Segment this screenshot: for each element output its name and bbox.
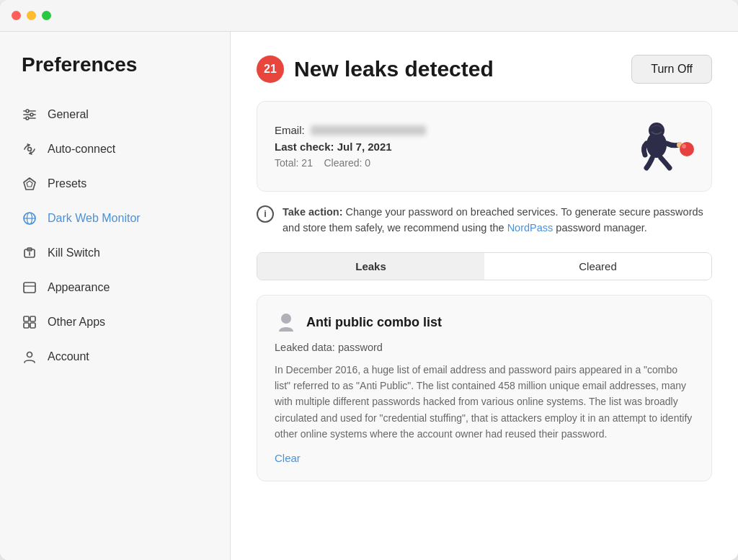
sidebar-item-presets[interactable]: Presets <box>14 167 215 200</box>
leak-title: Anti public combo list <box>306 315 442 330</box>
svg-point-25 <box>680 142 694 156</box>
svg-point-4 <box>30 113 33 116</box>
sidebar-label-account: Account <box>48 350 89 363</box>
header-left: 21 New leaks detected <box>257 55 494 83</box>
maximize-button[interactable] <box>42 11 51 20</box>
sidebar-item-other-apps[interactable]: Other Apps <box>14 306 215 339</box>
turn-off-button[interactable]: Turn Off <box>631 55 712 84</box>
email-info: Email: Last check: Jul 7, 2021 Total: 21… <box>275 124 426 169</box>
tab-cleared[interactable]: Cleared <box>484 253 711 280</box>
sidebar-item-dark-web-monitor[interactable]: Dark Web Monitor <box>14 202 215 235</box>
email-row: Email: <box>275 124 426 136</box>
svg-marker-7 <box>24 178 35 190</box>
minimize-button[interactable] <box>27 11 36 20</box>
page-title: New leaks detected <box>294 57 494 81</box>
tab-leaks[interactable]: Leaks <box>257 253 484 280</box>
sidebar-label-auto-connect: Auto-connect <box>48 143 115 156</box>
clear-link[interactable]: Clear <box>275 452 301 464</box>
svg-point-5 <box>26 117 29 120</box>
action-card: i Take action: Change your password on b… <box>257 205 712 236</box>
sidebar-label-presets: Presets <box>48 177 86 190</box>
leak-tabs: Leaks Cleared <box>257 252 712 280</box>
leak-card: Anti public combo list Leaked data: pass… <box>257 295 712 482</box>
sidebar-label-general: General <box>48 108 89 121</box>
leak-card-header: Anti public combo list <box>275 311 694 334</box>
traffic-lights <box>12 11 51 20</box>
svg-point-27 <box>281 314 291 324</box>
svg-point-3 <box>26 110 29 112</box>
account-icon <box>22 349 37 365</box>
sidebar-item-auto-connect[interactable]: Auto-connect <box>14 133 215 166</box>
nordpass-link[interactable]: NordPass <box>507 222 554 234</box>
last-check-row: Last check: Jul 7, 2021 <box>275 141 426 153</box>
leaked-data-label: Leaked data: password <box>275 342 694 353</box>
total-count: Total: 21 <box>275 157 313 169</box>
killswitch-icon <box>22 245 37 261</box>
email-label: Email: <box>275 124 305 136</box>
info-icon: i <box>257 205 274 223</box>
otherapps-icon <box>22 314 37 330</box>
svg-rect-19 <box>24 323 29 328</box>
appearance-icon <box>22 280 37 295</box>
sliders-icon <box>22 107 37 123</box>
sidebar-label-other-apps: Other Apps <box>48 316 105 329</box>
sidebar-item-general[interactable]: General <box>14 98 215 131</box>
svg-rect-17 <box>24 316 29 321</box>
action-bold: Take action: <box>283 206 343 218</box>
app-content: Preferences General <box>0 32 738 560</box>
titlebar <box>0 0 738 32</box>
page-header: 21 New leaks detected Turn Off <box>257 55 712 84</box>
hacker-illustration <box>629 117 694 175</box>
sidebar-title: Preferences <box>14 53 215 76</box>
svg-marker-8 <box>27 181 32 187</box>
sidebar-item-appearance[interactable]: Appearance <box>14 271 215 304</box>
leak-description: In December 2016, a huge list of email a… <box>275 362 694 443</box>
autoconnect-icon <box>22 141 37 157</box>
svg-rect-18 <box>30 316 35 321</box>
presets-icon <box>22 176 37 192</box>
sidebar-label-dark-web-monitor: Dark Web Monitor <box>48 212 141 225</box>
email-value-blurred <box>311 125 426 135</box>
svg-point-6 <box>28 148 32 151</box>
leak-source-icon <box>275 311 298 334</box>
svg-point-21 <box>27 352 32 357</box>
svg-rect-15 <box>24 283 35 293</box>
close-button[interactable] <box>12 11 21 20</box>
app-window: Preferences General <box>0 0 738 560</box>
sidebar-label-appearance: Appearance <box>48 281 110 294</box>
sidebar-item-account[interactable]: Account <box>14 340 215 373</box>
sidebar: Preferences General <box>0 32 231 560</box>
darkweb-icon <box>22 210 37 226</box>
leak-count-badge: 21 <box>257 55 284 83</box>
cleared-count: Cleared: 0 <box>324 157 371 169</box>
main-content: 21 New leaks detected Turn Off Email: La… <box>231 32 738 560</box>
sidebar-item-kill-switch[interactable]: Kill Switch <box>14 236 215 270</box>
totals-row: Total: 21 Cleared: 0 <box>275 157 426 169</box>
svg-rect-20 <box>30 323 35 328</box>
svg-point-26 <box>682 144 686 148</box>
sidebar-label-kill-switch: Kill Switch <box>48 246 100 259</box>
action-text: Take action: Change your password on bre… <box>283 205 712 236</box>
email-card: Email: Last check: Jul 7, 2021 Total: 21… <box>257 101 712 192</box>
